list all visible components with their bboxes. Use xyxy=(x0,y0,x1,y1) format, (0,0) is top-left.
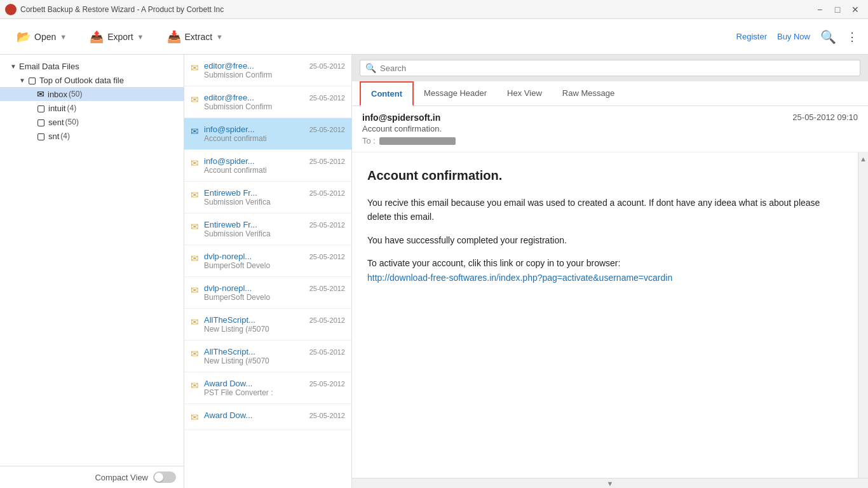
maximize-button[interactable]: □ xyxy=(830,2,845,17)
scroll-bottom-arrow[interactable]: ▼ xyxy=(607,480,614,487)
email-item-subject: Submission Confirm xyxy=(204,102,307,111)
email-item-content: Award Dow... xyxy=(204,410,307,420)
export-chevron-icon: ▼ xyxy=(137,33,144,41)
email-list-item[interactable]: ✉ AllTheScript... New Listing (#5070 25-… xyxy=(184,309,351,341)
tree-item-top-outlook[interactable]: ▼ ▢ Top of Outlook data file xyxy=(0,73,184,87)
email-subject-line: Account confirmation. xyxy=(362,124,456,133)
email-item-content: editor@free... Submission Confirm xyxy=(204,61,307,79)
email-meta: info@spidersoft.in Account confirmation.… xyxy=(362,112,456,146)
viewer-scroll-right: ▲ xyxy=(858,152,868,478)
search-input[interactable] xyxy=(380,64,855,73)
titlebar: Corbett Backup & Restore Wizard - A Prod… xyxy=(0,0,868,19)
email-list-item[interactable]: ✉ dvlp-norepl... BumperSoft Develo 25-05… xyxy=(184,277,351,309)
compact-view-toggle[interactable] xyxy=(153,471,176,483)
extract-chevron-icon: ▼ xyxy=(216,33,223,41)
email-item-content: dvlp-norepl... BumperSoft Develo xyxy=(204,283,307,302)
close-button[interactable]: ✕ xyxy=(848,2,863,17)
titlebar-controls: − □ ✕ xyxy=(812,2,863,17)
email-list-item[interactable]: ✉ info@spider... Account confirmati 25-0… xyxy=(184,118,351,150)
email-envelope-icon: ✉ xyxy=(191,412,199,423)
email-list-item[interactable]: ✉ info@spider... Account confirmati 25-0… xyxy=(184,150,351,182)
left-panel: ▼ Email Data Files ▼ ▢ Top of Outlook da… xyxy=(0,55,184,488)
tab-raw-message[interactable]: Raw Message xyxy=(552,82,625,105)
email-item-subject: New Listing (#5070 xyxy=(204,325,307,334)
viewer-scroll-bottom: ▼ xyxy=(352,478,868,488)
viewer-content-area: Account confirmation. You recive this em… xyxy=(352,152,868,478)
email-list-item[interactable]: ✉ editor@free... Submission Confirm 25-0… xyxy=(184,86,351,118)
email-list-item[interactable]: ✉ Award Dow... 25-05-2012 xyxy=(184,404,351,430)
email-item-date: 25-05-2012 xyxy=(309,62,345,70)
tab-hex-view[interactable]: Hex View xyxy=(497,82,552,105)
extract-icon: 📥 xyxy=(167,30,181,44)
export-button[interactable]: 📤 Export ▼ xyxy=(83,26,150,48)
more-options-icon[interactable]: ⋮ xyxy=(846,30,858,44)
email-item-date: 25-05-2012 xyxy=(309,253,345,261)
email-viewer: 🔍 Content Message Header Hex View Raw Me… xyxy=(352,55,868,488)
email-list: ✉ editor@free... Submission Confirm 25-0… xyxy=(184,55,351,488)
scroll-up-arrow[interactable]: ▲ xyxy=(857,152,868,165)
email-item-content: info@spider... Account confirmati xyxy=(204,156,307,175)
email-list-panel: ✉ editor@free... Submission Confirm 25-0… xyxy=(184,55,352,488)
email-list-item[interactable]: ✉ Entireweb Fr... Submission Verifica 25… xyxy=(184,182,351,214)
email-item-from: info@spider... xyxy=(204,125,307,134)
activation-link[interactable]: http://download-free-softwares.in/index.… xyxy=(367,273,672,283)
tree-root[interactable]: ▼ Email Data Files xyxy=(0,60,184,73)
email-list-item[interactable]: ✉ dvlp-norepl... BumperSoft Develo 25-05… xyxy=(184,245,351,277)
email-item-subject: Account confirmati xyxy=(204,166,307,175)
tree-sent-count: (50) xyxy=(65,118,79,126)
email-to-label: To : xyxy=(362,136,376,146)
email-item-subject: Account confirmati xyxy=(204,134,307,143)
email-list-item[interactable]: ✉ editor@free... Submission Confirm 25-0… xyxy=(184,55,351,86)
email-envelope-icon: ✉ xyxy=(191,316,199,328)
email-item-subject: BumperSoft Develo xyxy=(204,261,307,270)
tree-arrow-outlook: ▼ xyxy=(19,77,28,84)
email-item-date: 25-05-2012 xyxy=(309,189,345,197)
email-body-heading: Account confirmation. xyxy=(367,165,843,186)
email-envelope-icon: ✉ xyxy=(191,189,199,201)
email-item-content: Entireweb Fr... Submission Verifica xyxy=(204,220,307,238)
email-item-from: Entireweb Fr... xyxy=(204,220,307,229)
email-item-content: AllTheScript... New Listing (#5070 xyxy=(204,347,307,365)
tree-root-label: Email Data Files xyxy=(19,62,79,71)
email-envelope-icon: ✉ xyxy=(191,348,199,360)
email-item-date: 25-05-2012 xyxy=(309,158,345,165)
search-icon[interactable]: 🔍 xyxy=(820,29,836,44)
email-item-from: Award Dow... xyxy=(204,379,307,388)
email-item-date: 25-05-2012 xyxy=(309,348,345,356)
email-item-date: 25-05-2012 xyxy=(309,316,345,324)
tree-item-snt[interactable]: ▢ snt (4) xyxy=(0,129,184,143)
email-item-from: AllTheScript... xyxy=(204,315,307,325)
email-list-item[interactable]: ✉ Entireweb Fr... Submission Verifica 25… xyxy=(184,214,351,245)
tree-inbox-count: (50) xyxy=(69,90,82,98)
export-icon: 📤 xyxy=(90,30,104,44)
buy-now-button[interactable]: Buy Now xyxy=(777,32,810,41)
email-list-item[interactable]: ✉ AllTheScript... New Listing (#5070 25-… xyxy=(184,341,351,372)
tree-item-inbox[interactable]: ✉ inbox (50) xyxy=(0,87,184,101)
register-button[interactable]: Register xyxy=(736,32,767,41)
open-button[interactable]: 📂 Open ▼ xyxy=(10,26,73,48)
sent-icon: ▢ xyxy=(37,117,45,127)
email-item-date: 25-05-2012 xyxy=(309,285,345,292)
email-item-from: Entireweb Fr... xyxy=(204,188,307,198)
app-logo xyxy=(5,4,17,15)
email-item-content: info@spider... Account confirmati xyxy=(204,125,307,143)
email-body-para1: You recive this email because you email … xyxy=(367,196,843,224)
open-chevron-icon: ▼ xyxy=(60,33,67,41)
tab-message-header[interactable]: Message Header xyxy=(414,82,497,105)
compact-view-bar: Compact View xyxy=(0,466,184,488)
minimize-button[interactable]: − xyxy=(812,2,827,17)
tree-item-intuit[interactable]: ▢ intuit (4) xyxy=(0,101,184,115)
email-envelope-icon: ✉ xyxy=(191,62,199,74)
tree-item-sent[interactable]: ▢ sent (50) xyxy=(0,115,184,129)
email-envelope-icon: ✉ xyxy=(191,158,199,169)
email-item-subject: PST File Converter : xyxy=(204,388,307,397)
email-body: Account confirmation. You recive this em… xyxy=(352,152,858,478)
tab-content[interactable]: Content xyxy=(360,81,414,106)
email-list-item[interactable]: ✉ Award Dow... PST File Converter : 25-0… xyxy=(184,372,351,404)
email-envelope-icon: ✉ xyxy=(191,253,199,264)
extract-button[interactable]: 📥 Extract ▼ xyxy=(161,26,229,48)
email-item-date: 25-05-2012 xyxy=(309,412,345,419)
tree-snt-label: snt xyxy=(48,132,59,141)
tree-intuit-count: (4) xyxy=(67,104,76,112)
email-envelope-icon: ✉ xyxy=(191,126,199,137)
